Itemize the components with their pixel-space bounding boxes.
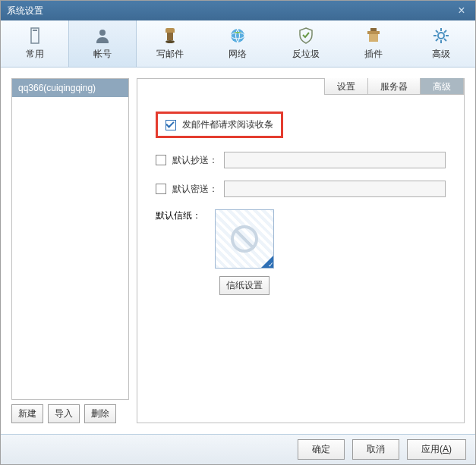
default-cc-row: 默认抄送： xyxy=(156,152,446,168)
svg-line-15 xyxy=(436,30,438,33)
svg-line-16 xyxy=(444,39,446,41)
tab-settings[interactable]: 设置 xyxy=(325,78,368,94)
svg-point-5 xyxy=(231,29,244,42)
svg-rect-3 xyxy=(167,33,173,40)
toolbar-label: 网络 xyxy=(229,48,247,61)
new-button[interactable]: 新建 xyxy=(11,404,43,423)
toolbar-label: 反垃圾 xyxy=(292,48,320,61)
account-icon xyxy=(93,27,112,45)
apply-button[interactable]: 应用(A) xyxy=(407,439,466,460)
import-button[interactable]: 导入 xyxy=(48,404,80,423)
settings-window: 系统设置 × 常用 帐号 写邮件 网络 反垃圾 插件 高级 xyxy=(0,0,476,465)
plugin-icon xyxy=(364,27,383,45)
ok-button[interactable]: 确定 xyxy=(298,439,345,460)
svg-point-10 xyxy=(438,33,444,39)
toolbar-account[interactable]: 帐号 xyxy=(68,20,136,67)
default-bcc-checkbox[interactable] xyxy=(156,184,166,194)
general-icon xyxy=(26,27,44,45)
toolbar: 常用 帐号 写邮件 网络 反垃圾 插件 高级 xyxy=(1,20,475,68)
toolbar-advanced[interactable]: 高级 xyxy=(408,20,475,67)
default-cc-checkbox[interactable] xyxy=(156,155,166,165)
toolbar-label: 常用 xyxy=(26,48,44,61)
read-receipt-checkbox[interactable] xyxy=(165,120,176,130)
account-list[interactable]: qq366(cuiqingqing) xyxy=(11,78,129,400)
stationery-section: 默认信纸： 信纸设置 xyxy=(156,209,446,295)
default-bcc-row: 默认密送： xyxy=(156,181,446,197)
toolbar-label: 高级 xyxy=(432,48,450,61)
left-panel: qq366(cuiqingqing) 新建 导入 删除 xyxy=(11,78,129,423)
svg-rect-9 xyxy=(370,28,377,31)
svg-point-4 xyxy=(165,40,175,43)
highlight-box: 发邮件都请求阅读收条 xyxy=(156,112,283,138)
cancel-button[interactable]: 取消 xyxy=(352,439,399,460)
account-buttons: 新建 导入 删除 xyxy=(11,404,129,423)
delete-button[interactable]: 删除 xyxy=(84,404,116,423)
toolbar-label: 插件 xyxy=(364,48,383,61)
stationery-label: 默认信纸： xyxy=(156,209,201,222)
svg-rect-8 xyxy=(369,34,378,42)
body: qq366(cuiqingqing) 新建 导入 删除 设置 服务器 高级 xyxy=(1,68,475,434)
toolbar-network[interactable]: 网络 xyxy=(204,20,272,67)
toolbar-label: 帐号 xyxy=(93,48,112,61)
default-bcc-input[interactable] xyxy=(224,181,446,197)
compose-icon xyxy=(161,27,179,45)
default-cc-label: 默认抄送： xyxy=(172,154,218,167)
network-icon xyxy=(229,27,247,45)
close-icon[interactable]: × xyxy=(454,3,469,18)
svg-line-17 xyxy=(436,39,438,41)
tab-server[interactable]: 服务器 xyxy=(368,78,421,94)
svg-line-18 xyxy=(444,30,446,33)
selected-check-icon xyxy=(261,256,273,268)
default-bcc-label: 默认密送： xyxy=(172,183,218,196)
read-receipt-label: 发邮件都请求阅读收条 xyxy=(182,118,273,131)
tab-advanced[interactable]: 高级 xyxy=(421,78,463,94)
default-cc-input[interactable] xyxy=(224,152,446,168)
toolbar-general[interactable]: 常用 xyxy=(1,20,68,67)
right-panel: 设置 服务器 高级 发邮件都请求阅读收条 默认抄送： xyxy=(137,78,465,423)
toolbar-antispam[interactable]: 反垃圾 xyxy=(272,20,339,67)
tab-content: 发邮件都请求阅读收条 默认抄送： 默认密送： 默认信纸： xyxy=(137,95,464,423)
svg-rect-1 xyxy=(33,30,37,31)
shield-icon xyxy=(297,27,315,45)
stationery-settings-button[interactable]: 信纸设置 xyxy=(219,276,270,295)
footer: 确定 取消 应用(A) xyxy=(1,434,475,464)
window-title: 系统设置 xyxy=(7,5,454,17)
none-icon xyxy=(231,225,258,253)
account-item[interactable]: qq366(cuiqingqing) xyxy=(12,79,128,97)
tabs: 设置 服务器 高级 xyxy=(137,78,464,95)
stationery-preview[interactable] xyxy=(215,209,274,269)
svg-rect-7 xyxy=(367,31,380,34)
toolbar-label: 写邮件 xyxy=(156,48,184,61)
toolbar-plugin[interactable]: 插件 xyxy=(339,20,407,67)
gear-icon xyxy=(432,27,450,45)
svg-point-2 xyxy=(99,30,106,36)
titlebar: 系统设置 × xyxy=(1,1,475,20)
toolbar-compose[interactable]: 写邮件 xyxy=(137,20,204,67)
